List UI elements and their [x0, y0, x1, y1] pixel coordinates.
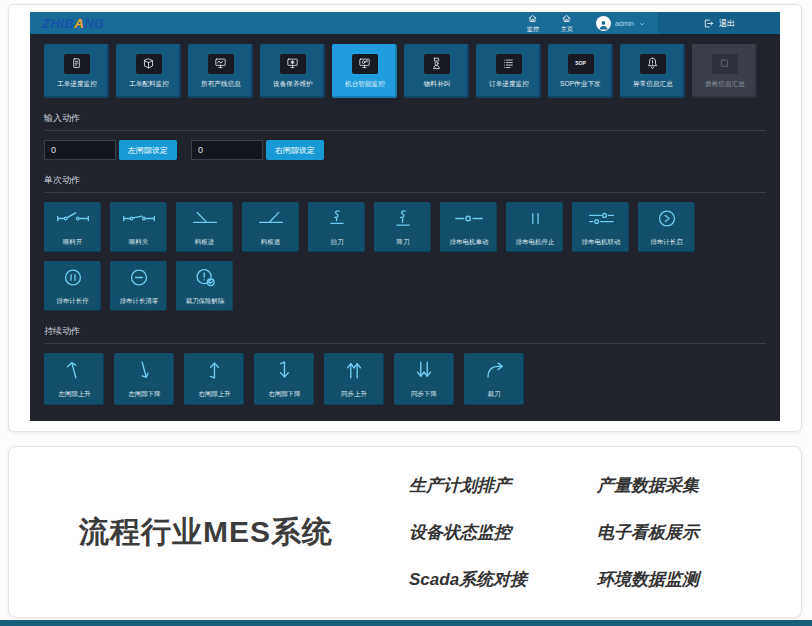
tile-label: 设备保养维护 — [273, 79, 313, 89]
action-cut[interactable]: 裁刀 — [464, 353, 524, 405]
right-gap-down-icon — [273, 359, 295, 381]
left-gap-setting-input[interactable] — [44, 140, 116, 160]
action-sync-up[interactable]: 同步上升 — [324, 353, 384, 405]
action-right-gap-up[interactable]: 右闸隙上升 — [184, 353, 244, 405]
tile-alert-summary[interactable]: 异常信息汇总 — [620, 44, 685, 98]
action-label: 排布电机联动 — [581, 237, 620, 246]
chevron-down-icon — [638, 14, 646, 32]
action-sync-down[interactable]: 同步下降 — [394, 353, 454, 405]
header-right: 监控 主页 admin 退出 — [516, 12, 780, 34]
action-label: 料板进 — [195, 237, 214, 246]
switch-open-icon — [55, 208, 91, 229]
right-gap-up-icon — [203, 359, 225, 381]
right-gap-setting-button[interactable]: 右闸隙设定 — [266, 140, 324, 160]
user-name: admin — [615, 20, 634, 27]
mes-app-window: ZHIBANG 监控 主页 admin — [30, 12, 780, 421]
tile-machine-monitor[interactable]: 机台智能监控 — [332, 44, 397, 98]
left-gap-up-icon — [63, 359, 85, 381]
action-motor-stop[interactable]: 排布电机停止 — [506, 202, 563, 252]
tile-material-call[interactable]: 物料补叫 — [404, 44, 469, 98]
left-gap-setting-button[interactable]: 左闸隙设定 — [119, 140, 177, 160]
single-actions-row-1: 喂料开喂料关料板进料板退抬刀降刀排布电机单动排布电机停止排布电机联动排布计长启 — [44, 202, 766, 252]
action-left-gap-up[interactable]: 左闸隙上升 — [44, 353, 104, 405]
knife-up-icon — [319, 208, 355, 233]
action-knife-down[interactable]: 降刀 — [374, 202, 431, 252]
tile-label: 订单进度监控 — [489, 79, 529, 89]
action-feed-close[interactable]: 喂料关 — [110, 202, 167, 252]
right-gap-setting-input[interactable] — [191, 140, 263, 160]
logo-text: NG — [84, 16, 105, 31]
work-order-progress-icon — [64, 54, 90, 74]
tile-label: 异常信息汇总 — [633, 79, 673, 89]
tile-work-order-progress[interactable]: 工单进度监控 — [44, 44, 109, 98]
feature-item: 产量数据采集 — [597, 474, 727, 497]
section-title-input-actions: 输入动作 — [44, 112, 766, 131]
tile-work-order-batching[interactable]: 工单配料监控 — [116, 44, 181, 98]
promo-card: 流程行业MES系统 生产计划排产设备状态监控Scada系统对接 产量数据采集电子… — [8, 446, 802, 618]
right-gap-up-icon — [203, 359, 225, 385]
logout-icon — [703, 18, 714, 29]
tile-sop-dispatch[interactable]: SOPSOP作业下发 — [548, 44, 613, 98]
feature-item: 设备状态监控 — [409, 521, 539, 544]
counter-pause-icon — [55, 267, 91, 288]
production-lines-icon — [213, 56, 228, 71]
motor-single-icon — [451, 208, 487, 233]
action-label: 喂料关 — [129, 237, 148, 246]
app-body: 工单进度监控工单配料监控所有产线信息设备保养维护机台智能监控物料补叫订单进度监控… — [30, 34, 780, 421]
home-icon — [561, 13, 572, 24]
nav-item-monitor[interactable]: 监控 — [516, 12, 550, 34]
action-label: 排布电机停止 — [515, 237, 554, 246]
sync-up-icon — [343, 359, 365, 385]
quality-summary-icon — [717, 56, 732, 71]
cut-icon — [483, 359, 505, 381]
order-progress-icon — [501, 56, 516, 71]
production-lines-icon — [208, 54, 234, 74]
avatar-icon — [596, 16, 611, 31]
action-counter-clear[interactable]: 排布计长清零 — [110, 261, 167, 311]
work-order-progress-icon — [69, 56, 84, 71]
logout-button[interactable]: 退出 — [658, 12, 780, 34]
action-plate-forward[interactable]: 料板进 — [176, 202, 233, 252]
bottom-accent-strip — [0, 620, 812, 626]
action-label: 喂料开 — [63, 237, 82, 246]
material-call-icon — [424, 54, 450, 74]
tile-label: 物料补叫 — [423, 79, 450, 89]
single-actions-row-2: 排布计长停排布计长清零裁刀保险解除 — [44, 261, 766, 311]
safety-release-icon — [187, 267, 223, 292]
tile-production-lines[interactable]: 所有产线信息 — [188, 44, 253, 98]
action-left-gap-down[interactable]: 左闸隙下降 — [114, 353, 174, 405]
knife-down-icon — [385, 208, 421, 229]
tile-order-progress[interactable]: 订单进度监控 — [476, 44, 541, 98]
motor-stop-icon — [517, 208, 553, 233]
cut-icon — [483, 359, 505, 385]
action-label: 排布计长停 — [56, 296, 88, 305]
motor-linked-icon — [583, 208, 619, 233]
action-safety-release[interactable]: 裁刀保险解除 — [176, 261, 233, 311]
section-title-single-actions: 单次动作 — [44, 174, 766, 193]
action-plate-back[interactable]: 料板退 — [242, 202, 299, 252]
svg-text:SOP: SOP — [575, 60, 586, 66]
sync-up-icon — [343, 359, 365, 381]
home-icon — [527, 13, 538, 24]
tile-label: 质检信息汇总 — [705, 79, 745, 89]
equipment-maintenance-icon — [285, 56, 300, 71]
action-counter-start[interactable]: 排布计长启 — [638, 202, 695, 252]
action-motor-single[interactable]: 排布电机单动 — [440, 202, 497, 252]
logo-text: ZHIB — [42, 16, 74, 31]
plate-forward-icon — [187, 208, 223, 233]
action-label: 降刀 — [396, 237, 409, 246]
motor-linked-icon — [583, 208, 619, 229]
action-motor-linked[interactable]: 排布电机联动 — [572, 202, 629, 252]
tile-label: 所有产线信息 — [201, 79, 241, 89]
order-progress-icon — [496, 54, 522, 74]
action-feed-open[interactable]: 喂料开 — [44, 202, 101, 252]
tile-equipment-maintenance[interactable]: 设备保养维护 — [260, 44, 325, 98]
user-menu[interactable]: admin — [584, 12, 658, 34]
action-knife-up[interactable]: 抬刀 — [308, 202, 365, 252]
action-right-gap-down[interactable]: 右闸隙下降 — [254, 353, 314, 405]
motor-stop-icon — [517, 208, 553, 229]
nav-item-home[interactable]: 主页 — [550, 12, 584, 34]
counter-start-icon — [649, 208, 685, 233]
feature-item: Scada系统对接 — [409, 568, 539, 591]
action-counter-pause[interactable]: 排布计长停 — [44, 261, 101, 311]
